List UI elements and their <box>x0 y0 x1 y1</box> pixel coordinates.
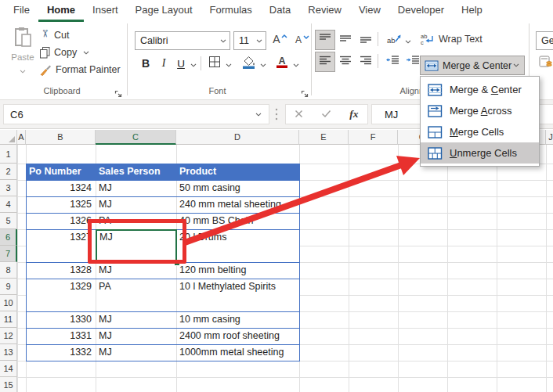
font-dialog-launcher-icon[interactable] <box>301 87 309 101</box>
row-header-11[interactable]: 11 <box>0 311 17 328</box>
underline-button[interactable]: U <box>172 53 190 74</box>
bottom-align-button[interactable] <box>356 30 376 50</box>
insert-function-button[interactable]: fx <box>349 108 358 120</box>
table-header-cell-B2[interactable]: Po Number <box>29 166 81 177</box>
enter-icon[interactable] <box>321 107 331 121</box>
chevron-down-icon[interactable] <box>83 51 89 55</box>
format-painter-button[interactable]: Format Painter <box>39 63 121 77</box>
tab-review[interactable]: Review <box>299 0 350 22</box>
cell-D13[interactable]: 1000mm metal sheeting <box>179 347 284 358</box>
paste-button[interactable]: Paste <box>8 27 38 75</box>
borders-options-chevron[interactable] <box>223 53 234 74</box>
cell-B11[interactable]: 1330 <box>26 314 92 325</box>
cell-B9[interactable]: 1329 <box>26 281 92 292</box>
formula-bar-drag-handle-icon[interactable] <box>275 107 278 124</box>
column-header-D[interactable]: D <box>176 130 299 145</box>
tab-help[interactable]: Help <box>453 0 491 22</box>
clipboard-dialog-launcher-icon[interactable] <box>114 87 122 101</box>
name-box-dropdown-icon[interactable] <box>255 113 269 117</box>
merge-and-center-button[interactable]: Merge & Center <box>420 56 525 75</box>
column-header-B[interactable]: B <box>26 130 96 145</box>
cell-C3[interactable]: MJ <box>99 182 112 193</box>
column-header-E[interactable]: E <box>299 130 349 145</box>
row-header-2[interactable]: 2 <box>0 164 17 180</box>
cell-B13[interactable]: 1332 <box>26 347 92 358</box>
column-header-A[interactable]: A <box>17 130 26 145</box>
decrease-font-size-button[interactable]: A <box>291 31 312 50</box>
cell-C13[interactable]: MJ <box>99 347 112 358</box>
row-header-14[interactable]: 14 <box>0 361 17 377</box>
row-header-6[interactable]: 6 <box>0 229 17 246</box>
font-size-combo[interactable]: 11 <box>233 31 266 50</box>
cell-B3[interactable]: 1324 <box>26 182 92 193</box>
tab-developer[interactable]: Developer <box>389 0 453 22</box>
tab-formulas[interactable]: Formulas <box>201 0 261 22</box>
copy-button[interactable]: Copy <box>39 45 89 59</box>
cell-D8[interactable]: 120 mm belting <box>179 264 246 275</box>
underline-options-chevron[interactable] <box>188 53 199 74</box>
row-header-1[interactable]: 1 <box>0 145 17 164</box>
cell-D4[interactable]: 240 mm metal sheeting <box>179 199 281 210</box>
tab-insert[interactable]: Insert <box>84 0 127 22</box>
cell-D3[interactable]: 50 mm casing <box>179 182 240 193</box>
chevron-down-icon[interactable] <box>220 39 230 43</box>
number-format-combo[interactable]: Gen <box>536 31 553 50</box>
tab-home[interactable]: Home <box>38 0 84 22</box>
top-align-button[interactable] <box>315 30 335 50</box>
row-header-9[interactable]: 9 <box>0 279 17 295</box>
italic-button[interactable]: I <box>155 53 172 74</box>
cell-D5[interactable]: 40 mm BS Chain <box>179 215 253 226</box>
cell-B12[interactable]: 1331 <box>26 330 92 341</box>
cell-B6[interactable]: 1327 <box>26 232 92 243</box>
cell-C9[interactable]: PA <box>99 281 111 292</box>
align-left-button[interactable] <box>315 52 335 72</box>
fill-color-button[interactable] <box>239 53 259 74</box>
row-header-4[interactable]: 4 <box>0 196 17 213</box>
column-header-J[interactable]: J <box>546 130 553 145</box>
cell-C8[interactable]: MJ <box>99 264 112 275</box>
row-header-13[interactable]: 13 <box>0 344 17 361</box>
menu-item-merge-and-center[interactable]: Merge & Center <box>421 79 539 100</box>
cell-C12[interactable]: MJ <box>99 330 112 341</box>
decrease-indent-button[interactable] <box>382 52 403 72</box>
menu-item-merge-across[interactable]: Merge Across <box>421 100 539 121</box>
name-box[interactable]: C6 <box>3 104 269 124</box>
center-button[interactable] <box>335 52 356 72</box>
cell-B5[interactable]: 1326 <box>26 215 92 226</box>
bold-button[interactable]: B <box>136 53 155 74</box>
cell-B8[interactable]: 1328 <box>26 264 92 275</box>
chevron-down-icon[interactable] <box>513 63 519 67</box>
cell-D11[interactable]: 10 mm casing <box>179 314 240 325</box>
accounting-format-button[interactable] <box>536 53 553 74</box>
row-header-3[interactable]: 3 <box>0 180 17 196</box>
chevron-down-icon[interactable] <box>256 39 266 43</box>
tab-data[interactable]: Data <box>261 0 299 22</box>
row-header-12[interactable]: 12 <box>0 328 17 344</box>
borders-button[interactable] <box>204 53 225 74</box>
column-header-C[interactable]: C <box>96 130 176 145</box>
row-header-5[interactable]: 5 <box>0 213 17 229</box>
row-header-8[interactable]: 8 <box>0 262 17 279</box>
wrap-text-button[interactable]: abc Wrap Text <box>420 31 483 47</box>
cell-C11[interactable]: MJ <box>99 314 112 325</box>
cell-D6[interactable]: 20 l Drums <box>179 232 226 243</box>
cell-D12[interactable]: 2400 mm roof sheeting <box>179 330 280 341</box>
font-color-button[interactable]: A <box>272 53 292 74</box>
cell-D9[interactable]: 10 l Methylated Spirits <box>179 281 276 292</box>
orientation-button[interactable]: ab <box>382 30 404 50</box>
increase-font-size-button[interactable]: A <box>269 31 290 50</box>
row-header-7[interactable]: 7 <box>0 246 17 262</box>
tab-page-layout[interactable]: Page Layout <box>127 0 201 22</box>
cut-button[interactable]: ✂ Cut <box>39 28 69 42</box>
menu-item-unmerge-cells[interactable]: Unmerge Cells <box>421 142 539 164</box>
cell-C4[interactable]: MJ <box>99 199 112 210</box>
font-color-options-chevron[interactable] <box>291 53 302 74</box>
table-header-cell-D2[interactable]: Product <box>179 166 216 177</box>
row-header-15[interactable]: 15 <box>0 377 17 392</box>
column-header-F[interactable]: F <box>349 130 398 145</box>
cell-B4[interactable]: 1325 <box>26 199 92 210</box>
menu-item-merge-cells[interactable]: Merge Cells <box>421 121 539 142</box>
tab-file[interactable]: File <box>5 0 38 22</box>
select-all-corner[interactable] <box>0 130 17 145</box>
align-right-button[interactable] <box>356 52 376 72</box>
